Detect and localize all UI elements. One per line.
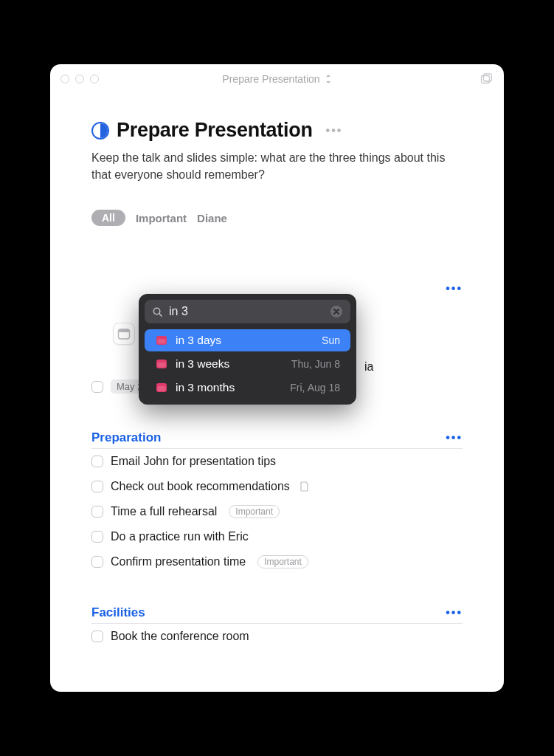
task-row[interactable]: Book the conference room — [91, 624, 463, 649]
filter-important[interactable]: Important — [136, 212, 187, 224]
window-title[interactable]: Prepare Presentation — [222, 73, 319, 85]
task-title: Confirm presentation time — [111, 555, 246, 568]
section-more-button[interactable]: ••• — [446, 606, 463, 619]
task-row[interactable]: Check out book recommendations — [91, 474, 463, 499]
suggestion-day: Thu, Jun 8 — [291, 358, 340, 370]
project-description[interactable]: Keep the talk and slides simple: what ar… — [91, 149, 463, 183]
calendar-button[interactable] — [113, 323, 135, 345]
suggestion-label: in 3 weeks — [176, 357, 291, 371]
page-title: Prepare Presentation — [117, 119, 313, 142]
svg-rect-10 — [158, 362, 166, 368]
suggestion-day: Sun — [322, 334, 340, 346]
suggestion-label: in 3 months — [176, 381, 290, 394]
svg-rect-1 — [484, 74, 492, 81]
svg-rect-12 — [158, 386, 166, 391]
svg-rect-3 — [119, 329, 130, 332]
titlebar: Prepare Presentation — [50, 64, 504, 94]
calendar-icon — [155, 381, 168, 394]
date-search-input[interactable] — [169, 305, 324, 318]
date-picker-popover: in 3 days Sun in 3 weeks Thu, Jun 8 in 3… — [139, 294, 356, 405]
task-title: Time a full rehearsal — [111, 505, 217, 518]
task-row[interactable]: Email John for presentation tips — [91, 449, 463, 474]
section-title-facilities[interactable]: Facilities — [91, 605, 145, 620]
date-suggestion[interactable]: in 3 months Fri, Aug 18 — [145, 377, 350, 399]
project-progress-icon — [91, 122, 109, 140]
calendar-icon — [155, 357, 168, 371]
tag-chip: Important — [229, 505, 280, 518]
task-title: Check out book recommendations — [111, 480, 290, 493]
updown-icon[interactable] — [325, 74, 332, 84]
traffic-lights — [60, 75, 99, 83]
close-window-button[interactable] — [60, 75, 69, 83]
checkbox[interactable] — [91, 531, 103, 543]
panels-icon[interactable] — [480, 73, 492, 85]
zoom-window-button[interactable] — [90, 75, 99, 83]
task-row[interactable]: Time a full rehearsal Important — [91, 499, 463, 524]
task-title-fragment: ia — [364, 360, 373, 374]
filter-bar: All Important Diane — [91, 210, 463, 226]
section-more-button[interactable]: ••• — [446, 431, 463, 444]
task-title: Email John for presentation tips — [111, 455, 276, 468]
task-row[interactable]: Confirm presentation time Important — [91, 549, 463, 574]
filter-diane[interactable]: Diane — [197, 212, 227, 224]
checkbox[interactable] — [91, 506, 103, 518]
app-window: Prepare Presentation Prepare Presentatio… — [50, 64, 504, 692]
date-search-field[interactable] — [145, 300, 350, 323]
checkbox[interactable] — [91, 456, 103, 467]
date-suggestion[interactable]: in 3 weeks Thu, Jun 8 — [145, 353, 350, 375]
checkbox[interactable] — [91, 630, 103, 642]
task-title: Do a practice run with Eric — [111, 530, 249, 543]
date-suggestion[interactable]: in 3 days Sun — [145, 329, 350, 351]
checkbox[interactable] — [91, 381, 103, 393]
svg-rect-0 — [482, 76, 490, 83]
filter-all[interactable]: All — [91, 210, 125, 226]
suggestion-day: Fri, Aug 18 — [290, 382, 340, 394]
search-icon — [152, 306, 163, 317]
task-title: Book the conference room — [111, 630, 249, 643]
svg-rect-8 — [158, 339, 166, 344]
clear-icon[interactable] — [330, 305, 343, 318]
section-more-button[interactable]: ••• — [446, 282, 463, 295]
checkbox[interactable] — [91, 481, 103, 492]
note-icon — [300, 481, 309, 492]
minimize-window-button[interactable] — [75, 75, 84, 83]
header-more-button[interactable]: ••• — [326, 124, 343, 137]
section-title-preparation[interactable]: Preparation — [91, 430, 161, 445]
suggestion-label: in 3 days — [176, 334, 322, 347]
task-row[interactable]: Do a practice run with Eric — [91, 524, 463, 549]
checkbox[interactable] — [91, 556, 103, 568]
calendar-icon — [117, 327, 131, 340]
svg-line-5 — [159, 313, 162, 315]
tag-chip: Important — [257, 555, 308, 568]
calendar-icon — [155, 334, 168, 347]
